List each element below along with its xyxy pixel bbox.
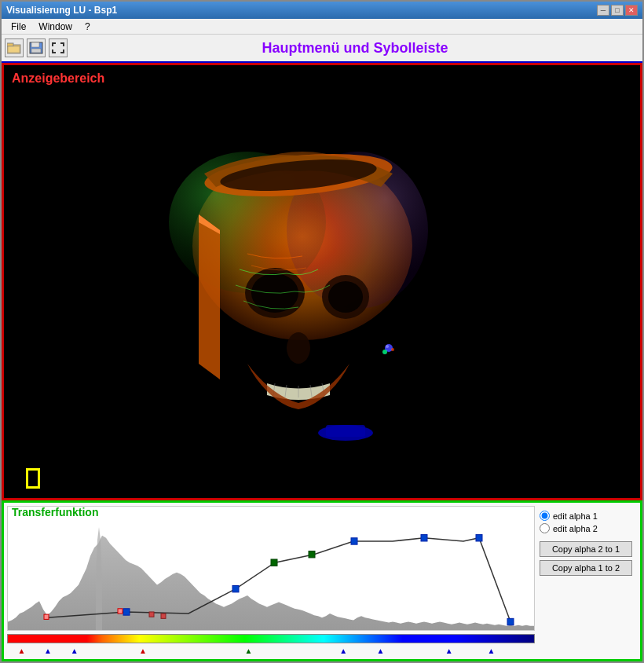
svg-point-21 — [386, 345, 389, 348]
tick-blue-4: ▲ — [376, 647, 384, 655]
svg-point-14 — [328, 281, 363, 313]
transfer-content: edit alpha 1 edit alpha 2 Copy alpha 2 t… — [4, 503, 640, 634]
radio-edit-alpha2[interactable]: edit alpha 2 — [540, 523, 632, 533]
radio2-label: edit alpha 2 — [553, 524, 598, 533]
window-title: Visualisierung LU - Bsp1 — [6, 5, 117, 16]
color-gradient-bar — [7, 634, 535, 643]
svg-point-22 — [382, 350, 387, 354]
radio-group: edit alpha 1 edit alpha 2 — [540, 511, 632, 533]
radio1-input[interactable] — [540, 511, 550, 521]
histogram-area[interactable] — [7, 506, 535, 631]
menu-file[interactable]: File — [5, 20, 32, 33]
display-area: Anzeigebereich — [2, 63, 642, 500]
display-label: Anzeigebereich — [12, 71, 104, 86]
svg-rect-25 — [326, 425, 365, 437]
tick-green-1: ▲ — [244, 647, 252, 655]
skull-container — [4, 65, 640, 498]
radio1-label: edit alpha 1 — [553, 511, 598, 521]
main-window: Visualisierung LU - Bsp1 ─ □ ✕ File Wind… — [0, 0, 644, 663]
svg-rect-32 — [271, 559, 277, 566]
window-controls: ─ □ ✕ — [597, 5, 638, 16]
open-button[interactable] — [5, 38, 24, 57]
tick-blue-3: ▲ — [339, 647, 347, 655]
tick-blue-5: ▲ — [445, 647, 453, 655]
svg-rect-2 — [8, 46, 20, 53]
svg-rect-28 — [351, 538, 357, 544]
transfer-panel: Transferfunktion — [2, 500, 642, 661]
color-bar-section: ▲ ▲ ▲ ▲ ▲ ▲ ▲ ▲ ▲ — [4, 634, 640, 659]
controls-area: edit alpha 1 edit alpha 2 Copy alpha 2 t… — [535, 507, 637, 631]
tick-red-1: ▲ — [17, 647, 25, 655]
radio-edit-alpha1[interactable]: edit alpha 1 — [540, 511, 632, 521]
svg-rect-29 — [421, 535, 427, 541]
toolbar-title: Hauptmenü und Sybolleiste — [71, 40, 639, 57]
tick-container: ▲ ▲ ▲ ▲ ▲ ▲ ▲ ▲ ▲ — [7, 647, 535, 656]
fullscreen-icon — [51, 42, 65, 54]
svg-point-23 — [391, 348, 394, 351]
tick-red-2: ▲ — [139, 647, 147, 655]
save-button[interactable] — [27, 38, 46, 57]
svg-rect-34 — [44, 614, 49, 619]
svg-rect-36 — [149, 612, 154, 617]
svg-rect-5 — [31, 49, 41, 53]
svg-rect-31 — [507, 618, 514, 625]
save-icon — [29, 42, 43, 54]
menu-help[interactable]: ? — [79, 20, 97, 33]
title-bar: Visualisierung LU - Bsp1 ─ □ ✕ — [2, 2, 642, 19]
minimize-button[interactable]: ─ — [597, 5, 609, 16]
copy-alpha-1to2-button[interactable]: Copy alpha 1 to 2 — [540, 560, 632, 576]
color-bar-row — [7, 634, 637, 645]
toolbar: Hauptmenü und Sybolleiste — [2, 35, 642, 63]
svg-rect-33 — [309, 551, 315, 558]
menu-bar: File Window ? — [2, 19, 642, 35]
svg-rect-26 — [123, 609, 130, 615]
copy-alpha-2to1-button[interactable]: Copy alpha 2 to 1 — [540, 541, 632, 557]
folder-icon — [7, 42, 21, 54]
skull-visualization — [145, 112, 444, 442]
fullscreen-button[interactable] — [49, 38, 68, 57]
tick-row: ▲ ▲ ▲ ▲ ▲ ▲ ▲ ▲ ▲ — [7, 647, 637, 656]
close-button[interactable]: ✕ — [625, 5, 638, 16]
svg-rect-4 — [31, 42, 39, 47]
maximize-button[interactable]: □ — [611, 5, 624, 16]
tick-blue-6: ▲ — [488, 647, 496, 655]
menu-window[interactable]: Window — [32, 20, 79, 33]
svg-rect-1 — [7, 43, 13, 46]
svg-rect-30 — [476, 535, 482, 541]
tick-blue-2: ▲ — [71, 647, 79, 655]
tick-blue-1: ▲ — [44, 647, 52, 655]
svg-rect-37 — [161, 614, 166, 618]
yellow-marker — [26, 468, 40, 489]
transfer-label: Transferfunktion — [12, 506, 98, 518]
radio2-input[interactable] — [540, 523, 550, 533]
svg-rect-27 — [232, 585, 239, 592]
histogram-svg — [8, 507, 534, 630]
svg-rect-35 — [118, 609, 123, 614]
